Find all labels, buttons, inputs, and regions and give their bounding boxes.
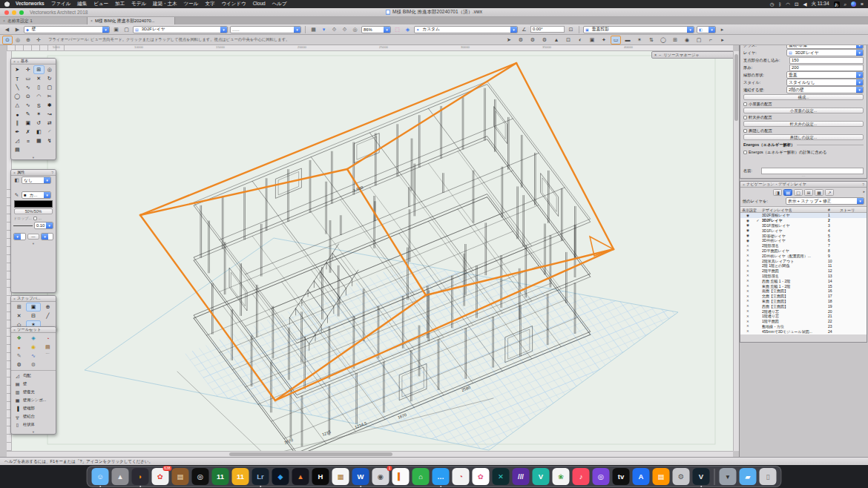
search-icon[interactable]: ⌕ (844, 1, 847, 7)
erase-tool[interactable]: ✗ (23, 128, 34, 136)
curves-toolset[interactable]: ∿ (26, 352, 40, 360)
attribute-options[interactable]: ⚙ (516, 36, 526, 44)
zoom-icon[interactable]: ◎ (351, 25, 359, 33)
flyover-mode-free[interactable]: ✛ (33, 36, 44, 44)
rectangle-tool[interactable]: ▯ (33, 83, 45, 92)
placement-checkbox-2[interactable] (743, 116, 747, 119)
flyover-mode-object[interactable]: ⊙ (2, 36, 13, 44)
site-toolset[interactable]: ◈ (26, 334, 40, 343)
podcasts-dock-icon[interactable]: ◎ (593, 468, 610, 485)
snap-intersection[interactable]: ✕ (12, 311, 26, 320)
rounded-rect-tool[interactable]: ▢ (45, 83, 56, 92)
menu-item-8[interactable]: ツール (184, 1, 199, 7)
pan-tool[interactable]: ✛ (23, 65, 34, 74)
design-layer-list[interactable]: ◉3D2F屋根レイヤ1◉✓3D2Fレイヤ2◉3D1F屋根レイヤ3◉3D1Fレイヤ… (740, 213, 867, 334)
mirror-tool[interactable]: ∥ (12, 119, 23, 128)
reference-settings-button[interactable]: ⟐ (341, 25, 349, 33)
layer-row-4[interactable]: ◉3D1Fレイヤ4 (740, 228, 867, 233)
archive-box-dock-icon[interactable]: ▦ (332, 468, 349, 485)
components-button[interactable]: 構成... (743, 94, 864, 100)
affinity-dock-icon[interactable]: ◆ (272, 468, 289, 485)
wall-join-tool[interactable]: ╦壁結合 (11, 412, 56, 421)
music-dock-icon[interactable]: ♪ (573, 468, 590, 485)
trash-dock-icon[interactable]: ▯ (760, 468, 777, 485)
layer-row-21[interactable]: ✕1階通り芯21 (740, 314, 867, 319)
layer-row-19[interactable]: ✕西面【立面図】19 (740, 303, 867, 309)
column-header-4[interactable]: ストーリ (840, 208, 865, 212)
document-tab-1[interactable]: ×名称未設定 1 (0, 17, 88, 24)
machine-toolset[interactable]: ⚙ (12, 360, 26, 369)
visibility-tool[interactable]: ◉ (682, 36, 692, 44)
placement-checkbox-1[interactable] (743, 102, 747, 106)
drop-shadow-options[interactable]: ... (39, 216, 42, 220)
polyline-tool[interactable]: ∿ (23, 83, 34, 92)
line-weight-combo[interactable]: 0.10 (34, 222, 53, 229)
app-11-green-dock-icon[interactable]: 11 (212, 468, 229, 485)
end-marker-combo[interactable] (41, 233, 53, 240)
group-tool[interactable]: ✶ (634, 36, 645, 44)
apple-menu-icon[interactable] (4, 1, 10, 7)
class-options-button[interactable]: ▢ (122, 25, 131, 33)
downloads-folder-dock-icon[interactable]: ▾ (720, 468, 737, 485)
column-tool[interactable]: ▯柱状体 (11, 421, 56, 429)
collapse-icon[interactable]: ÷ (17, 59, 19, 64)
menu-item-10[interactable]: ウインドウ (221, 1, 246, 7)
chamfer-tool[interactable]: ◿ (12, 136, 23, 145)
menu-clock[interactable]: 火 11:34 (811, 1, 829, 7)
dims-toolset[interactable]: ◔ (41, 334, 55, 343)
layer-row-15[interactable]: ✕東面 窓幅 1・2階15 (740, 283, 867, 288)
display-icon[interactable]: ⊡ (795, 1, 798, 7)
menu-item-5[interactable]: 加工 (115, 1, 125, 7)
menu-item-1[interactable]: Vectorworks (16, 1, 45, 7)
stripes-app-dock-icon[interactable]: /// (513, 468, 530, 485)
select-similar-tool[interactable]: ➤ (504, 36, 514, 44)
wall-restore-tool[interactable]: ▥壁復元 (11, 388, 56, 396)
nav-classes[interactable]: ◨ (773, 189, 782, 196)
drop-shadow-checkbox[interactable] (33, 217, 37, 220)
close-icon[interactable]: × (654, 53, 657, 57)
energos-checkbox[interactable] (743, 151, 747, 154)
callout-tool[interactable]: ✦ (599, 36, 609, 44)
help-icon[interactable]: ? (51, 171, 53, 175)
polygon-tool[interactable]: △ (12, 101, 23, 110)
menu-item-6[interactable]: モデル (131, 1, 146, 7)
palette-resize-handle[interactable]: ▾ (11, 241, 56, 245)
firefox-dock-icon[interactable]: ◗ (132, 468, 149, 485)
document-tab-2[interactable]: ×M様 BIM化 推進本部2024070... (88, 17, 175, 24)
field-combo-7[interactable]: 2階の壁 (786, 86, 864, 93)
settings-button-3[interactable]: 鼻隠しの設定... (743, 134, 864, 140)
snap-object[interactable]: ▣ (26, 303, 40, 311)
furnishing-toolset[interactable]: ▤ (41, 343, 55, 352)
selection-tool[interactable]: ➤ (12, 65, 23, 74)
layer-row-17[interactable]: ✕北面【立面図】17 (740, 294, 867, 299)
gauge-dock-icon[interactable]: ◔ (453, 468, 470, 485)
layer-options-button[interactable]: ▣ (112, 25, 120, 33)
settings-toolset[interactable]: ⚙ (26, 360, 40, 369)
wand-tool[interactable]: ✶ (33, 110, 45, 119)
menu-item-11[interactable]: Cloud (253, 1, 266, 7)
snap-grid[interactable]: ⊞ (12, 303, 26, 311)
palette-grip[interactable]: ⋯ (740, 174, 867, 178)
layer-row-14[interactable]: ✕西面 窓幅 1・2階14 (740, 278, 867, 283)
menu-item-4[interactable]: ビュー (93, 1, 108, 7)
opacity-button[interactable]: 50%/50% (14, 208, 53, 214)
fit-objects-button[interactable]: ⬚ (393, 25, 401, 33)
trim-tool[interactable]: ✂ (45, 92, 56, 101)
layer-row-5[interactable]: ◉3D基礎レイヤ5 (740, 233, 867, 238)
grid-toggle[interactable]: ⊞ (670, 36, 680, 44)
photo-editor-dock-icon[interactable]: ✿638 (152, 468, 169, 485)
name-input[interactable] (761, 168, 864, 174)
nav-references[interactable]: ↗ (825, 189, 834, 196)
documents-folder-dock-icon[interactable]: ▰ (740, 468, 757, 485)
home-dock-icon[interactable]: ⌂ (412, 468, 430, 485)
bluetooth-icon[interactable]: ᛒ (778, 1, 781, 7)
render-mode-combo[interactable]: ◧ (697, 26, 716, 33)
luminar-dock-icon[interactable]: ▲ (292, 468, 309, 485)
projection-combo[interactable]: ▣垂直投影 (583, 26, 694, 33)
palette-resize-handle[interactable]: ▾ (11, 429, 56, 434)
notebook-dock-icon[interactable]: ▤ (172, 468, 189, 485)
layer-row-24[interactable]: ✕455mmで3Dモジュール製図...24 (740, 329, 867, 334)
view-rotation-field[interactable]: 0.00° (530, 26, 565, 33)
nav-sheet-layers[interactable]: ▢ (794, 189, 803, 196)
lightroom-dock-icon[interactable]: Lr (252, 468, 269, 485)
